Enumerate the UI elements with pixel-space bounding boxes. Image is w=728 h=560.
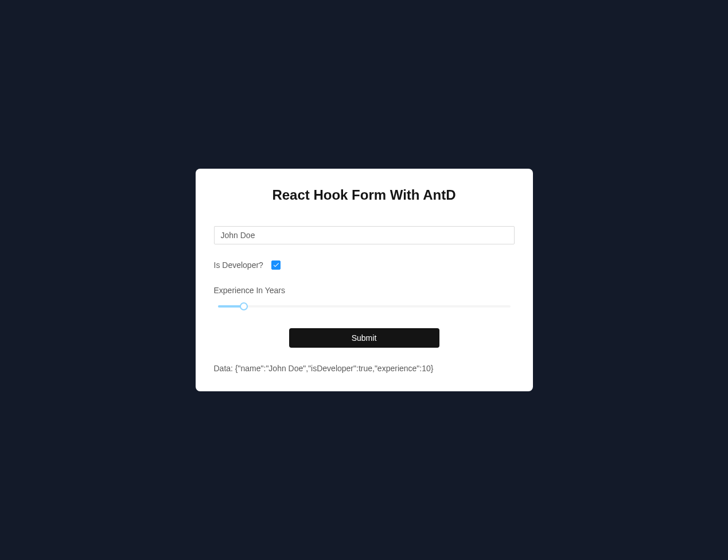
slider-rail	[218, 305, 511, 308]
form-card: React Hook Form With AntD Is Developer? …	[196, 169, 533, 391]
experience-slider[interactable]	[214, 303, 515, 310]
developer-label: Is Developer?	[214, 260, 263, 270]
page-title: React Hook Form With AntD	[214, 187, 515, 203]
slider-handle[interactable]	[240, 302, 248, 310]
data-output: Data: {"name":"John Doe","isDeveloper":t…	[214, 364, 515, 373]
experience-label: Experience In Years	[214, 286, 515, 295]
checkmark-icon	[273, 262, 279, 268]
developer-checkbox-row: Is Developer?	[214, 260, 515, 270]
experience-slider-group: Experience In Years	[214, 286, 515, 310]
submit-wrapper: Submit	[214, 328, 515, 348]
developer-checkbox[interactable]	[271, 260, 281, 270]
name-field-group	[214, 226, 515, 244]
name-input[interactable]	[214, 226, 515, 244]
submit-button[interactable]: Submit	[289, 328, 439, 348]
